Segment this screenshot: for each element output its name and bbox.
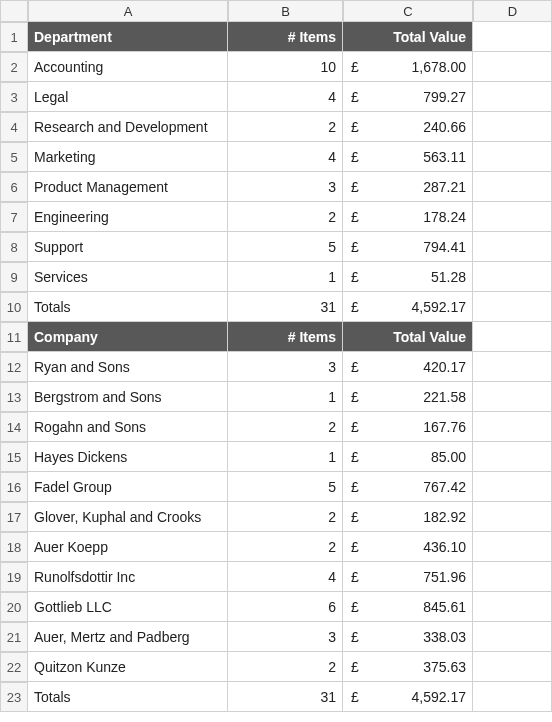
totals-dept-label[interactable]: Totals <box>28 292 228 322</box>
cell-dept-value[interactable]: £563.11 <box>343 142 473 172</box>
empty-cell[interactable] <box>473 322 552 352</box>
cell-dept-items[interactable]: 10 <box>228 52 343 82</box>
cell-company-items[interactable]: 2 <box>228 532 343 562</box>
cell-company-value[interactable]: £375.63 <box>343 652 473 682</box>
cell-company-value[interactable]: £845.61 <box>343 592 473 622</box>
row-header-4[interactable]: 4 <box>0 112 28 142</box>
empty-cell[interactable] <box>473 52 552 82</box>
cell-dept-name[interactable]: Services <box>28 262 228 292</box>
empty-cell[interactable] <box>473 652 552 682</box>
row-header-23[interactable]: 23 <box>0 682 28 712</box>
cell-company-name[interactable]: Rogahn and Sons <box>28 412 228 442</box>
cell-company-items[interactable]: 2 <box>228 412 343 442</box>
row-header-9[interactable]: 9 <box>0 262 28 292</box>
cell-dept-value[interactable]: £287.21 <box>343 172 473 202</box>
empty-cell[interactable] <box>473 562 552 592</box>
column-header-d[interactable]: D <box>473 0 552 22</box>
cell-company-value[interactable]: £436.10 <box>343 532 473 562</box>
cell-company-name[interactable]: Auer Koepp <box>28 532 228 562</box>
totals-dept-value[interactable]: £4,592.17 <box>343 292 473 322</box>
cell-company-value[interactable]: £182.92 <box>343 502 473 532</box>
cell-company-items[interactable]: 3 <box>228 352 343 382</box>
cell-company-items[interactable]: 2 <box>228 652 343 682</box>
cell-dept-items[interactable]: 4 <box>228 142 343 172</box>
row-header-17[interactable]: 17 <box>0 502 28 532</box>
cell-dept-name[interactable]: Accounting <box>28 52 228 82</box>
header-dept-col2[interactable]: # Items <box>228 22 343 52</box>
row-header-2[interactable]: 2 <box>0 52 28 82</box>
cell-company-name[interactable]: Quitzon Kunze <box>28 652 228 682</box>
cell-company-items[interactable]: 6 <box>228 592 343 622</box>
cell-company-value[interactable]: £221.58 <box>343 382 473 412</box>
cell-company-name[interactable]: Gottlieb LLC <box>28 592 228 622</box>
cell-dept-items[interactable]: 2 <box>228 202 343 232</box>
column-header-a[interactable]: A <box>28 0 228 22</box>
cell-company-name[interactable]: Ryan and Sons <box>28 352 228 382</box>
cell-dept-value[interactable]: £1,678.00 <box>343 52 473 82</box>
cell-company-value[interactable]: £85.00 <box>343 442 473 472</box>
cell-company-items[interactable]: 2 <box>228 502 343 532</box>
cell-dept-value[interactable]: £240.66 <box>343 112 473 142</box>
cell-dept-items[interactable]: 5 <box>228 232 343 262</box>
cell-company-value[interactable]: £338.03 <box>343 622 473 652</box>
totals-dept-items[interactable]: 31 <box>228 292 343 322</box>
cell-company-items[interactable]: 4 <box>228 562 343 592</box>
cell-company-value[interactable]: £167.76 <box>343 412 473 442</box>
spreadsheet-grid[interactable]: ABCD1Department# ItemsTotal Value2Accoun… <box>0 0 552 712</box>
header-company-col3[interactable]: Total Value <box>343 322 473 352</box>
empty-cell[interactable] <box>473 502 552 532</box>
cell-company-name[interactable]: Hayes Dickens <box>28 442 228 472</box>
totals-company-items[interactable]: 31 <box>228 682 343 712</box>
cell-company-value[interactable]: £751.96 <box>343 562 473 592</box>
empty-cell[interactable] <box>473 622 552 652</box>
cell-dept-name[interactable]: Support <box>28 232 228 262</box>
empty-cell[interactable] <box>473 172 552 202</box>
empty-cell[interactable] <box>473 532 552 562</box>
row-header-10[interactable]: 10 <box>0 292 28 322</box>
cell-dept-name[interactable]: Engineering <box>28 202 228 232</box>
cell-dept-value[interactable]: £794.41 <box>343 232 473 262</box>
cell-dept-value[interactable]: £178.24 <box>343 202 473 232</box>
row-header-16[interactable]: 16 <box>0 472 28 502</box>
row-header-20[interactable]: 20 <box>0 592 28 622</box>
cell-company-name[interactable]: Auer, Mertz and Padberg <box>28 622 228 652</box>
row-header-6[interactable]: 6 <box>0 172 28 202</box>
header-company-col1[interactable]: Company <box>28 322 228 352</box>
cell-dept-name[interactable]: Legal <box>28 82 228 112</box>
empty-cell[interactable] <box>473 22 552 52</box>
cell-company-name[interactable]: Bergstrom and Sons <box>28 382 228 412</box>
row-header-7[interactable]: 7 <box>0 202 28 232</box>
cell-dept-items[interactable]: 4 <box>228 82 343 112</box>
row-header-1[interactable]: 1 <box>0 22 28 52</box>
row-header-21[interactable]: 21 <box>0 622 28 652</box>
cell-dept-name[interactable]: Product Management <box>28 172 228 202</box>
header-company-col2[interactable]: # Items <box>228 322 343 352</box>
empty-cell[interactable] <box>473 682 552 712</box>
empty-cell[interactable] <box>473 112 552 142</box>
empty-cell[interactable] <box>473 472 552 502</box>
cell-company-name[interactable]: Fadel Group <box>28 472 228 502</box>
cell-dept-value[interactable]: £799.27 <box>343 82 473 112</box>
header-dept-col1[interactable]: Department <box>28 22 228 52</box>
select-all-corner[interactable] <box>0 0 28 22</box>
empty-cell[interactable] <box>473 232 552 262</box>
empty-cell[interactable] <box>473 262 552 292</box>
column-header-c[interactable]: C <box>343 0 473 22</box>
cell-company-items[interactable]: 1 <box>228 382 343 412</box>
empty-cell[interactable] <box>473 412 552 442</box>
totals-company-label[interactable]: Totals <box>28 682 228 712</box>
empty-cell[interactable] <box>473 352 552 382</box>
row-header-12[interactable]: 12 <box>0 352 28 382</box>
header-dept-col3[interactable]: Total Value <box>343 22 473 52</box>
row-header-8[interactable]: 8 <box>0 232 28 262</box>
row-header-13[interactable]: 13 <box>0 382 28 412</box>
cell-dept-items[interactable]: 3 <box>228 172 343 202</box>
cell-company-items[interactable]: 1 <box>228 442 343 472</box>
empty-cell[interactable] <box>473 382 552 412</box>
cell-dept-items[interactable]: 1 <box>228 262 343 292</box>
row-header-18[interactable]: 18 <box>0 532 28 562</box>
empty-cell[interactable] <box>473 292 552 322</box>
totals-company-value[interactable]: £4,592.17 <box>343 682 473 712</box>
cell-company-value[interactable]: £767.42 <box>343 472 473 502</box>
empty-cell[interactable] <box>473 142 552 172</box>
